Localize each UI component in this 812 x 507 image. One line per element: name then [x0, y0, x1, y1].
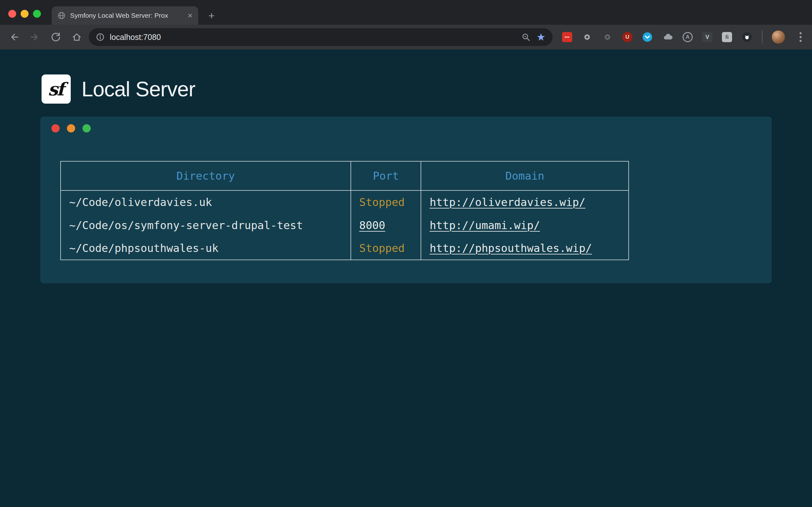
browser-tab[interactable]: Symfony Local Web Server: Prox ×	[52, 6, 198, 25]
servers-table: Directory Port Domain ~/Code/oliverdavie…	[60, 161, 629, 260]
dark-gear-icon[interactable]	[602, 32, 613, 43]
domain-link[interactable]: http://umami.wip/	[429, 219, 540, 232]
back-icon	[8, 32, 20, 43]
tab-title: Symfony Local Web Server: Prox	[70, 12, 183, 19]
extensions-bar: ••• U A V	[562, 32, 752, 43]
reload-icon	[50, 32, 61, 43]
window-maximize-icon[interactable]	[33, 10, 41, 18]
kebab-menu-icon	[799, 32, 802, 43]
zoom-icon[interactable]	[521, 32, 531, 42]
port-link[interactable]: 8000	[359, 219, 386, 232]
column-header-directory: Directory	[61, 161, 351, 190]
tab-favicon-globe-icon	[57, 11, 66, 20]
url-text[interactable]: localhost:7080	[110, 33, 161, 42]
directory-cell: ~/Code/os/symfony-server-drupal-test	[61, 214, 351, 237]
reload-button[interactable]	[47, 28, 65, 46]
home-icon	[71, 32, 83, 43]
lastpass-icon[interactable]: •••	[562, 32, 572, 42]
server-panel: Directory Port Domain ~/Code/oliverdavie…	[40, 117, 772, 283]
address-bar[interactable]: localhost:7080 ★	[89, 28, 553, 46]
toolbar-divider	[762, 31, 763, 43]
window-minimize-icon[interactable]	[20, 10, 29, 18]
browser-menu-button[interactable]	[794, 28, 807, 46]
new-tab-button[interactable]: +	[205, 9, 218, 22]
brand-header: sf Local Server	[0, 49, 812, 104]
panel-window-dots	[51, 124, 91, 132]
table-header-row: Directory Port Domain	[61, 161, 629, 190]
browser-toolbar: localhost:7080 ★ ••• U	[0, 25, 812, 49]
letter-a-icon[interactable]: A	[682, 32, 693, 42]
forward-icon	[29, 32, 41, 43]
bookmark-star-icon[interactable]: ★	[537, 32, 546, 42]
home-button[interactable]	[68, 28, 86, 46]
table-row: ~/Code/os/symfony-server-drupal-test 800…	[61, 214, 629, 237]
tab-close-icon[interactable]: ×	[188, 11, 193, 20]
back-button[interactable]	[5, 28, 23, 46]
letter-v-icon[interactable]: V	[702, 32, 712, 42]
page-title: Local Server	[82, 77, 195, 101]
symfony-proxy-page: sf Local Server Directory Port Domain ~/…	[0, 49, 812, 507]
table-row: ~/Code/oliverdavies.uk Stopped http://ol…	[61, 190, 629, 214]
panel-orange-dot-icon	[67, 124, 75, 132]
panel-green-dot-icon	[83, 124, 91, 132]
panel-red-dot-icon	[51, 124, 60, 132]
gear-icon[interactable]	[582, 32, 593, 43]
table-row: ~/Code/phpsouthwales-uk Stopped http://p…	[61, 237, 629, 260]
cloud-icon[interactable]	[662, 32, 673, 43]
letters-fi-icon[interactable]: fi	[722, 32, 732, 42]
column-header-domain: Domain	[421, 161, 629, 190]
github-icon[interactable]	[742, 32, 752, 43]
info-icon[interactable]	[96, 33, 105, 42]
pocket-icon[interactable]	[642, 32, 653, 43]
directory-cell: ~/Code/phpsouthwales-uk	[61, 237, 351, 260]
directory-cell: ~/Code/oliverdavies.uk	[61, 190, 351, 214]
profile-avatar[interactable]	[771, 30, 785, 44]
forward-button[interactable]	[26, 28, 44, 46]
symfony-logo-text: sf	[48, 78, 64, 100]
port-status: Stopped	[359, 242, 405, 255]
window-close-icon[interactable]	[8, 10, 16, 18]
ublock-icon[interactable]: U	[622, 32, 632, 42]
port-status: Stopped	[359, 196, 405, 209]
tab-strip: Symfony Local Web Server: Prox × +	[0, 0, 812, 25]
symfony-logo: sf	[42, 74, 71, 104]
domain-link[interactable]: http://oliverdavies.wip/	[429, 196, 585, 209]
column-header-port: Port	[351, 161, 421, 190]
domain-link[interactable]: http://phpsouthwales.wip/	[429, 242, 592, 255]
window-controls	[8, 10, 41, 18]
